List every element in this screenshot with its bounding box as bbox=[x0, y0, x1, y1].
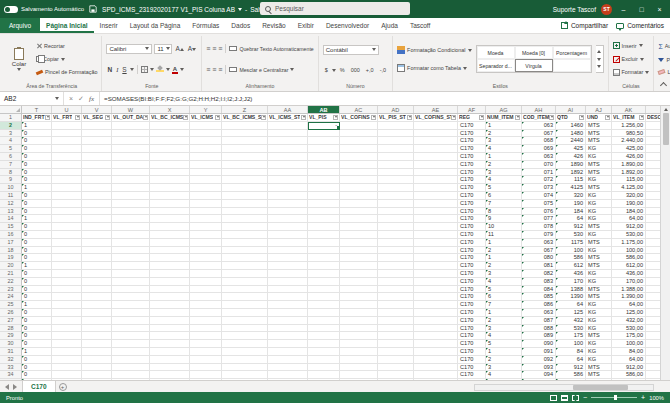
cell-U33[interactable] bbox=[52, 364, 82, 372]
cell-X2[interactable] bbox=[150, 122, 190, 130]
cell-AK15[interactable]: 912,00 bbox=[612, 223, 646, 231]
filter-button[interactable] bbox=[75, 115, 80, 120]
column-header-T[interactable]: T bbox=[22, 106, 52, 113]
cell-AF29[interactable]: C170 bbox=[458, 332, 486, 340]
row-header-31[interactable]: 31 bbox=[0, 348, 22, 356]
chevron-down-icon[interactable] bbox=[166, 68, 170, 71]
cell-AF4[interactable]: C170 bbox=[458, 137, 486, 145]
row-header-29[interactable]: 29 bbox=[0, 332, 22, 340]
cell-AF12[interactable]: C170 bbox=[458, 200, 486, 208]
cell-AE25[interactable] bbox=[414, 301, 458, 309]
autosum-button[interactable]: ΣAutoSoma bbox=[658, 43, 670, 50]
cell-X8[interactable] bbox=[150, 169, 190, 177]
document-title[interactable]: SPD_ICMS_23192020177 V1_PIS Coluna AB - … bbox=[102, 6, 273, 13]
cell-AB2[interactable]: - bbox=[308, 122, 340, 130]
cell-X12[interactable] bbox=[150, 200, 190, 208]
fill-button[interactable]: Preencher bbox=[658, 57, 670, 63]
filter-button[interactable] bbox=[639, 115, 644, 120]
tab-ajuda[interactable]: Ajuda bbox=[375, 18, 404, 33]
prev-sheet-icon[interactable] bbox=[5, 384, 9, 390]
cell-AC23[interactable] bbox=[340, 286, 378, 294]
cell-W10[interactable] bbox=[112, 184, 150, 192]
cell-AB30[interactable] bbox=[308, 340, 340, 348]
field-header-VL_OUT_DA[interactable]: VL_OUT_DA bbox=[112, 114, 150, 122]
cell-V27[interactable] bbox=[82, 317, 112, 325]
copy-button[interactable]: Copiar bbox=[36, 56, 97, 62]
cell-AK12[interactable]: 190,00 bbox=[612, 200, 646, 208]
cell-AB3[interactable] bbox=[308, 130, 340, 138]
cell-W16[interactable] bbox=[112, 231, 150, 239]
chevron-down-icon[interactable] bbox=[150, 68, 154, 71]
cell-Z33[interactable] bbox=[222, 364, 268, 372]
field-header-VL_BC_ICMS[interactable]: VL_BC_ICMS bbox=[150, 114, 190, 122]
font-size-select[interactable]: 11 bbox=[154, 44, 172, 54]
cell-V17[interactable] bbox=[82, 239, 112, 247]
cell-AD13[interactable] bbox=[378, 208, 414, 216]
cell-AC7[interactable] bbox=[340, 161, 378, 169]
cell-W7[interactable] bbox=[112, 161, 150, 169]
cell-AE23[interactable] bbox=[414, 286, 458, 294]
cell-V32[interactable] bbox=[82, 356, 112, 364]
cell-V21[interactable] bbox=[82, 270, 112, 278]
cell-Z17[interactable] bbox=[222, 239, 268, 247]
cell-U10[interactable] bbox=[52, 184, 82, 192]
cell-AA7[interactable] bbox=[268, 161, 308, 169]
formula-input[interactable]: =SOMASES(BI:BI;F:F;F2;G:G;G2;H:H;H2;I:I;… bbox=[100, 92, 670, 105]
cell-W13[interactable] bbox=[112, 208, 150, 216]
cell-AH26[interactable]: 063 bbox=[522, 309, 556, 317]
cell-AA23[interactable] bbox=[268, 286, 308, 294]
cell-AG29[interactable]: 4 bbox=[486, 332, 522, 340]
cell-AK28[interactable]: 530,00 bbox=[612, 325, 646, 333]
cell-AD29[interactable] bbox=[378, 332, 414, 340]
cell-AA9[interactable] bbox=[268, 176, 308, 184]
cell-W30[interactable] bbox=[112, 340, 150, 348]
cell-AI33[interactable]: 912 bbox=[556, 364, 586, 372]
cell-Z24[interactable] bbox=[222, 293, 268, 301]
cell-W29[interactable] bbox=[112, 332, 150, 340]
cell-V11[interactable] bbox=[82, 192, 112, 200]
cell-AI11[interactable]: 320 bbox=[556, 192, 586, 200]
align-right-icon[interactable]: ≡ bbox=[218, 66, 222, 73]
cell-AA21[interactable] bbox=[268, 270, 308, 278]
cell-AF26[interactable]: C170 bbox=[458, 309, 486, 317]
cell-AD22[interactable] bbox=[378, 278, 414, 286]
cell-T15[interactable]: 0 bbox=[22, 223, 52, 231]
cell-AC29[interactable] bbox=[340, 332, 378, 340]
cell-AH5[interactable]: 069 bbox=[522, 145, 556, 153]
cell-AB10[interactable] bbox=[308, 184, 340, 192]
sheet-tab-c170[interactable]: C170 bbox=[22, 381, 56, 392]
cell-AH16[interactable]: 079 bbox=[522, 231, 556, 239]
cell-AD27[interactable] bbox=[378, 317, 414, 325]
row-header-17[interactable]: 17 bbox=[0, 239, 22, 247]
increase-decimal-icon[interactable]: +,0 bbox=[364, 67, 376, 73]
cell-AJ30[interactable]: KG bbox=[586, 340, 612, 348]
cell-AJ27[interactable]: KG bbox=[586, 317, 612, 325]
cell-AI23[interactable]: 1388 bbox=[556, 286, 586, 294]
cell-AB5[interactable] bbox=[308, 145, 340, 153]
cell-AJ7[interactable]: MTS bbox=[586, 161, 612, 169]
cell-U2[interactable] bbox=[52, 122, 82, 130]
column-header-AG[interactable]: AG bbox=[486, 106, 522, 113]
cell-X25[interactable] bbox=[150, 301, 190, 309]
cell-AF28[interactable]: C170 bbox=[458, 325, 486, 333]
decrease-decimal-icon[interactable]: -,0 bbox=[378, 67, 388, 73]
cell-AH2[interactable]: 063 bbox=[522, 122, 556, 130]
cell-AF7[interactable]: C170 bbox=[458, 161, 486, 169]
row-header-28[interactable]: 28 bbox=[0, 325, 22, 333]
cell-X17[interactable] bbox=[150, 239, 190, 247]
field-header-VL_ICMS_ST[interactable]: VL_ICMS_ST bbox=[268, 114, 308, 122]
cell-Z9[interactable] bbox=[222, 176, 268, 184]
cell-AB22[interactable] bbox=[308, 278, 340, 286]
column-header-AC[interactable]: AC bbox=[340, 106, 378, 113]
font-color-icon[interactable]: A bbox=[172, 66, 178, 74]
cell-AJ12[interactable]: KG bbox=[586, 200, 612, 208]
cell-AD31[interactable] bbox=[378, 348, 414, 356]
cell-AG32[interactable]: 2 bbox=[486, 356, 522, 364]
cell-AH25[interactable]: 086 bbox=[522, 301, 556, 309]
format-painter-button[interactable]: Pincel de Formatação bbox=[36, 69, 97, 75]
cell-AI21[interactable]: 436 bbox=[556, 270, 586, 278]
cell-AK25[interactable]: 64,00 bbox=[612, 301, 646, 309]
cell-Y33[interactable] bbox=[190, 364, 222, 372]
cell-Y14[interactable] bbox=[190, 215, 222, 223]
cell-U19[interactable] bbox=[52, 254, 82, 262]
